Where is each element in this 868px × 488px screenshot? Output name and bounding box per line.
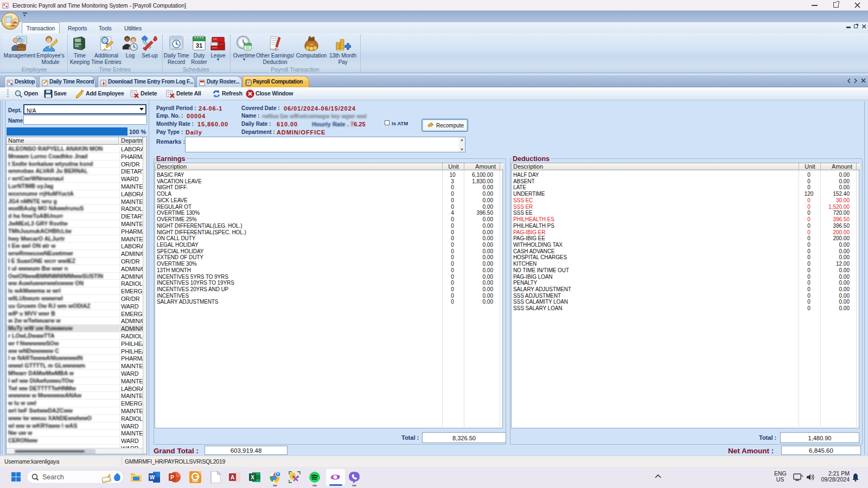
svg-text:P: P bbox=[170, 474, 174, 480]
svg-text:31: 31 bbox=[196, 42, 203, 49]
svg-text:PDF: PDF bbox=[193, 479, 198, 483]
svg-text:A: A bbox=[231, 474, 234, 480]
svg-text:W: W bbox=[150, 474, 155, 480]
svg-text:X: X bbox=[251, 474, 254, 480]
